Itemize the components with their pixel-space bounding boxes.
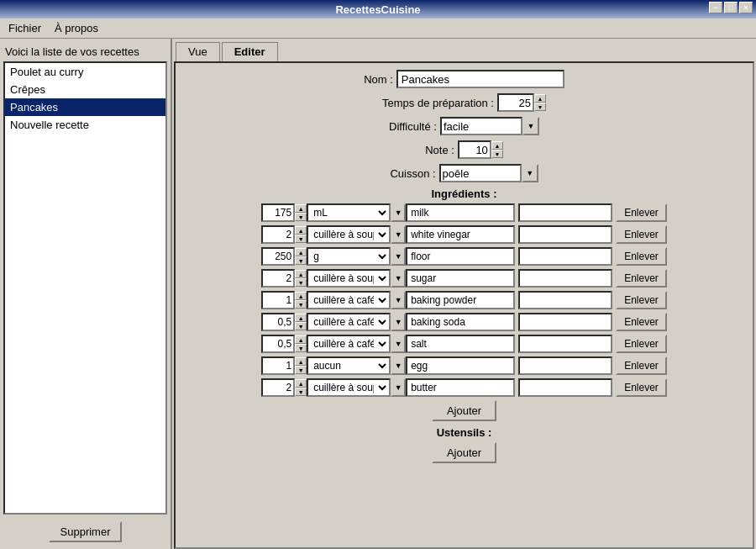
- qty-input-7[interactable]: [261, 356, 295, 375]
- cuisson-select[interactable]: poêle four aucune: [439, 164, 522, 182]
- enlever-btn-6[interactable]: Enlever: [616, 335, 667, 353]
- qty-down-2[interactable]: ▼: [295, 256, 307, 265]
- supprimer-button[interactable]: Supprimer: [49, 521, 123, 542]
- qty-up-8[interactable]: ▲: [295, 379, 307, 388]
- enlever-btn-0[interactable]: Enlever: [616, 203, 667, 222]
- menu-apropos[interactable]: À propos: [50, 20, 103, 36]
- extra-input-1[interactable]: [518, 225, 612, 244]
- tab-vue[interactable]: Vue: [176, 42, 220, 61]
- unit-btn-6[interactable]: ▼: [391, 335, 406, 353]
- unit-select-7[interactable]: aucun: [307, 356, 391, 375]
- tab-content[interactable]: Nom : Temps de préparation : ▲ ▼ Difficu…: [174, 61, 754, 549]
- sidebar-item-poulet[interactable]: Poulet au curry: [5, 63, 165, 81]
- difficulte-select[interactable]: facile moyen difficile: [440, 117, 522, 135]
- unit-btn-5[interactable]: ▼: [391, 313, 406, 331]
- note-input[interactable]: [458, 140, 491, 159]
- right-panel: Vue Editer Nom : Temps de préparation : …: [172, 39, 756, 549]
- extra-input-3[interactable]: [518, 269, 612, 288]
- enlever-btn-8[interactable]: Enlever: [616, 378, 667, 397]
- enlever-btn-1[interactable]: Enlever: [616, 225, 667, 244]
- extra-input-7[interactable]: [518, 356, 612, 375]
- unit-select-3[interactable]: cuillère à soupe: [307, 269, 391, 288]
- qty-input-6[interactable]: [261, 335, 295, 353]
- unit-btn-7[interactable]: ▼: [391, 356, 406, 375]
- qty-down-7[interactable]: ▼: [295, 366, 307, 374]
- sidebar-item-crepes[interactable]: Crêpes: [5, 81, 165, 98]
- extra-input-2[interactable]: [518, 247, 612, 266]
- name-input-6[interactable]: [406, 335, 515, 353]
- qty-down-6[interactable]: ▼: [295, 344, 307, 352]
- menu-fichier[interactable]: Fichier: [3, 20, 46, 36]
- unit-btn-8[interactable]: ▼: [391, 378, 406, 397]
- name-input-4[interactable]: [406, 291, 515, 309]
- qty-down-1[interactable]: ▼: [295, 235, 307, 243]
- maximize-button[interactable]: □: [724, 2, 738, 13]
- note-down-btn[interactable]: ▼: [491, 150, 503, 158]
- nom-input[interactable]: [396, 70, 564, 88]
- qty-input-3[interactable]: [261, 269, 295, 288]
- unit-select-6[interactable]: cuillère à café: [307, 335, 391, 353]
- name-input-3[interactable]: [406, 269, 515, 288]
- sidebar-item-nouvelle[interactable]: Nouvelle recette: [5, 116, 165, 134]
- unit-btn-0[interactable]: ▼: [391, 203, 406, 222]
- qty-up-6[interactable]: ▲: [295, 335, 307, 344]
- unit-btn-3[interactable]: ▼: [391, 269, 406, 288]
- enlever-btn-5[interactable]: Enlever: [616, 313, 667, 331]
- qty-down-4[interactable]: ▼: [295, 300, 307, 309]
- qty-input-1[interactable]: [261, 225, 295, 244]
- qty-down-8[interactable]: ▼: [295, 388, 307, 396]
- enlever-btn-7[interactable]: Enlever: [616, 356, 667, 375]
- qty-input-5[interactable]: [261, 313, 295, 331]
- temps-down-btn[interactable]: ▼: [534, 103, 546, 111]
- ajouter-ustensil-button[interactable]: Ajouter: [432, 442, 496, 463]
- cuisson-dropdown-btn[interactable]: ▼: [522, 164, 538, 182]
- name-input-7[interactable]: [406, 356, 515, 375]
- qty-input-4[interactable]: [261, 291, 295, 309]
- note-up-btn[interactable]: ▲: [491, 141, 503, 150]
- unit-select-5[interactable]: cuillère à café: [307, 313, 391, 331]
- ajouter-ingredient-button[interactable]: Ajouter: [432, 400, 496, 421]
- minimize-button[interactable]: −: [709, 2, 722, 13]
- enlever-btn-3[interactable]: Enlever: [616, 269, 667, 288]
- name-input-8[interactable]: [406, 378, 515, 397]
- qty-up-7[interactable]: ▲: [295, 357, 307, 366]
- qty-input-0[interactable]: [261, 203, 295, 222]
- qty-up-4[interactable]: ▲: [295, 292, 307, 300]
- qty-up-0[interactable]: ▲: [295, 204, 307, 213]
- difficulte-dropdown-btn[interactable]: ▼: [522, 117, 539, 135]
- qty-input-2[interactable]: [261, 247, 295, 266]
- enlever-btn-2[interactable]: Enlever: [616, 247, 667, 266]
- sidebar-item-pancakes[interactable]: Pancakes: [5, 98, 165, 116]
- unit-select-8[interactable]: cuillère à soupe: [307, 378, 391, 397]
- extra-input-5[interactable]: [518, 313, 612, 331]
- unit-select-1[interactable]: cuillère à soupe: [307, 225, 391, 244]
- qty-down-3[interactable]: ▼: [295, 278, 307, 287]
- unit-select-0[interactable]: mL: [307, 203, 391, 222]
- unit-btn-4[interactable]: ▼: [391, 291, 406, 309]
- tab-editer[interactable]: Editer: [222, 42, 278, 61]
- extra-input-6[interactable]: [518, 335, 612, 353]
- cuisson-row: Cuisson : poêle four aucune ▼: [179, 164, 749, 182]
- name-input-0[interactable]: [406, 203, 515, 222]
- qty-down-5[interactable]: ▼: [295, 322, 307, 330]
- qty-down-0[interactable]: ▼: [295, 213, 307, 221]
- name-input-2[interactable]: [406, 247, 515, 266]
- qty-up-1[interactable]: ▲: [295, 226, 307, 235]
- temps-up-btn[interactable]: ▲: [534, 94, 546, 103]
- enlever-btn-4[interactable]: Enlever: [616, 291, 667, 309]
- unit-select-2[interactable]: g: [307, 247, 391, 266]
- extra-input-8[interactable]: [518, 378, 612, 397]
- qty-input-8[interactable]: [261, 378, 295, 397]
- unit-btn-1[interactable]: ▼: [391, 225, 406, 244]
- unit-select-4[interactable]: cuillère à café: [307, 291, 391, 309]
- extra-input-0[interactable]: [518, 203, 612, 222]
- temps-input[interactable]: [497, 93, 534, 112]
- close-button[interactable]: ×: [739, 2, 753, 13]
- extra-input-4[interactable]: [518, 291, 612, 309]
- name-input-1[interactable]: [406, 225, 515, 244]
- qty-up-5[interactable]: ▲: [295, 314, 307, 322]
- name-input-5[interactable]: [406, 313, 515, 331]
- qty-up-3[interactable]: ▲: [295, 270, 307, 278]
- unit-btn-2[interactable]: ▼: [391, 247, 406, 266]
- qty-up-2[interactable]: ▲: [295, 248, 307, 256]
